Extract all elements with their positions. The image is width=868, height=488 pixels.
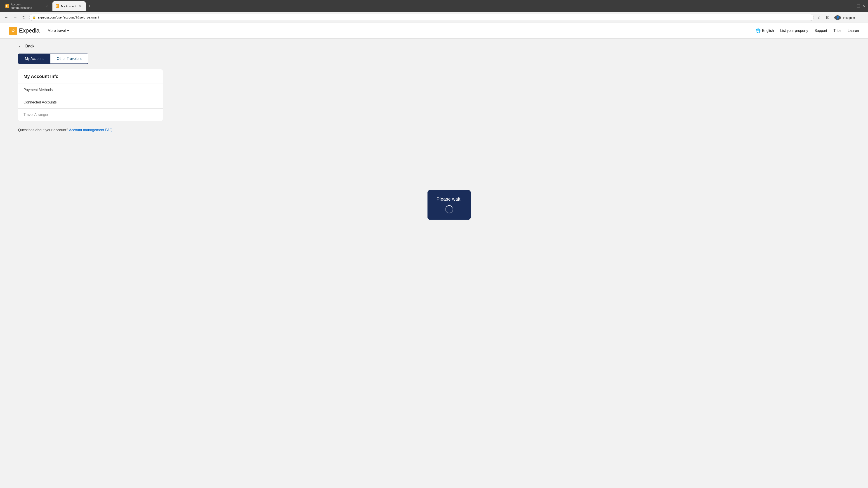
tab-account-comms[interactable]: E Account communications ✕ xyxy=(2,1,52,11)
faq-link-label: Account management FAQ xyxy=(69,128,112,132)
tab-label-my-account: My Account xyxy=(61,4,76,8)
connected-accounts-label: Connected Accounts xyxy=(24,100,57,104)
faq-prefix-text: Questions about your account? xyxy=(18,128,68,132)
incognito-button[interactable]: 👤 Incognito xyxy=(833,14,856,21)
back-nav[interactable]: ← Back xyxy=(0,39,868,54)
svg-text:E: E xyxy=(6,5,8,7)
toolbar-actions: ☆ ⊡ 👤 Incognito ⋮ xyxy=(816,14,865,21)
bookmark-button[interactable]: ☆ xyxy=(816,14,822,21)
more-travel-button[interactable]: More travel ▾ xyxy=(45,27,71,35)
more-travel-label: More travel xyxy=(48,29,66,33)
url-text: expedia.com/user/account/?&selc=payment xyxy=(38,15,99,19)
tab-close-my-account[interactable]: ✕ xyxy=(78,4,83,8)
incognito-label: Incognito xyxy=(843,16,855,20)
tab-close-account-comms[interactable]: ✕ xyxy=(44,4,49,8)
trips-label: Trips xyxy=(833,29,841,33)
language-link[interactable]: 🌐 English xyxy=(756,28,774,33)
faq-section: Questions about your account? Account ma… xyxy=(18,128,850,132)
address-bar[interactable]: 🔒 expedia.com/user/account/?&selc=paymen… xyxy=(29,14,814,21)
back-button[interactable]: ← xyxy=(3,14,9,21)
tab-my-account[interactable]: E My Account ✕ xyxy=(53,1,86,11)
browser-frame: E Account communications ✕ E My Account … xyxy=(0,0,868,23)
browser-titlebar: E Account communications ✕ E My Account … xyxy=(0,0,868,12)
back-arrow-icon: ← xyxy=(18,43,23,49)
account-tabs: My Account Other Travelers xyxy=(18,54,850,64)
minimize-button[interactable]: ─ xyxy=(852,4,854,8)
user-label: Lauren xyxy=(848,29,859,33)
forward-button[interactable]: → xyxy=(12,14,19,21)
trips-link[interactable]: Trips xyxy=(833,29,841,33)
browser-toolbar: ← → ↻ 🔒 expedia.com/user/account/?&selc=… xyxy=(0,12,868,23)
travel-arranger-label: Travel Arranger xyxy=(24,113,49,117)
support-label: Support xyxy=(814,29,827,33)
back-label: Back xyxy=(25,44,34,48)
account-card-header: My Account Info xyxy=(18,69,163,84)
svg-rect-2 xyxy=(12,30,14,31)
close-window-button[interactable]: ✕ xyxy=(863,4,866,8)
expedia-logo-badge xyxy=(9,27,17,35)
tab-label-account-comms: Account communications xyxy=(11,3,42,9)
tab-my-account-btn[interactable]: My Account xyxy=(18,54,51,64)
expedia-favicon-1: E xyxy=(5,4,9,8)
language-label: English xyxy=(762,29,774,33)
expedia-favicon-2: E xyxy=(56,4,59,8)
main-content: My Account Other Travelers My Account In… xyxy=(0,54,868,146)
account-card-title: My Account Info xyxy=(24,74,59,79)
travel-arranger-item: Travel Arranger xyxy=(18,109,163,121)
menu-button[interactable]: ⋮ xyxy=(859,14,865,21)
payment-methods-item[interactable]: Payment Methods xyxy=(18,84,163,96)
restore-button[interactable]: ❐ xyxy=(857,4,860,8)
faq-link[interactable]: Account management FAQ xyxy=(69,128,112,132)
expedia-logo-text: Expedia xyxy=(19,27,39,34)
list-property-link[interactable]: List your property xyxy=(780,29,808,33)
new-tab-button[interactable]: + xyxy=(86,1,92,11)
payment-methods-label: Payment Methods xyxy=(24,88,53,92)
globe-icon: 🌐 xyxy=(756,28,761,33)
support-link[interactable]: Support xyxy=(814,29,827,33)
browser-controls: ─ ❐ ✕ xyxy=(852,4,866,8)
user-menu-link[interactable]: Lauren xyxy=(848,29,859,33)
account-info-card: My Account Info Payment Methods Connecte… xyxy=(18,69,163,121)
header-right: 🌐 English List your property Support Tri… xyxy=(756,28,859,33)
connected-accounts-item[interactable]: Connected Accounts xyxy=(18,96,163,109)
list-property-label: List your property xyxy=(780,29,808,33)
reload-button[interactable]: ↻ xyxy=(21,14,27,21)
page-content: Expedia More travel ▾ 🌐 English List you… xyxy=(0,23,868,488)
split-screen-button[interactable]: ⊡ xyxy=(825,14,831,21)
chevron-down-icon: ▾ xyxy=(67,29,69,33)
tab-other-travelers-btn[interactable]: Other Travelers xyxy=(51,54,88,64)
logo-area: Expedia xyxy=(9,27,39,35)
lock-icon: 🔒 xyxy=(33,16,36,19)
svg-text:E: E xyxy=(56,5,58,7)
site-header: Expedia More travel ▾ 🌐 English List you… xyxy=(0,23,868,39)
browser-tabs: E Account communications ✕ E My Account … xyxy=(2,1,850,11)
